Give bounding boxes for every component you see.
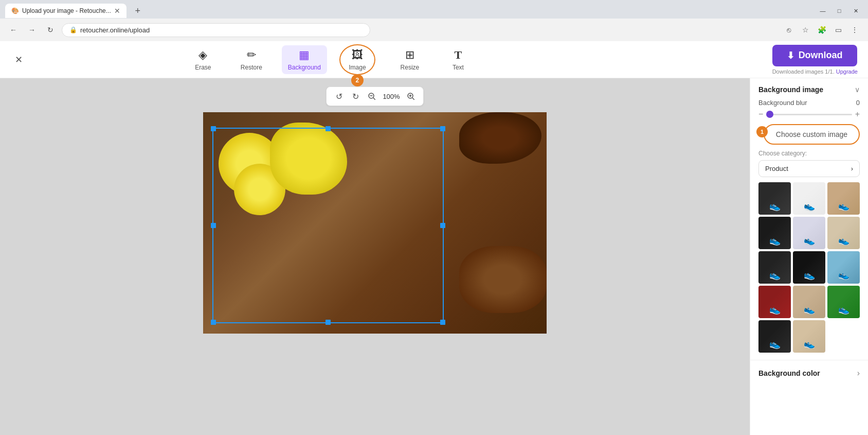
shoe-icon: 👟 <box>838 269 849 281</box>
zoom-controls: ↺ ↻ 100% <box>326 86 424 106</box>
thumbnail-6[interactable]: 👟 <box>827 217 860 249</box>
background-image-header[interactable]: Background image ∨ <box>758 85 860 94</box>
thumbnail-1[interactable]: 👟 <box>758 182 791 215</box>
erase-icon: ◈ <box>198 48 207 62</box>
thumbnail-7[interactable]: 👟 <box>758 251 791 284</box>
shoe-icon: 👟 <box>804 269 815 281</box>
download-button[interactable]: ⬇ Download <box>772 45 857 66</box>
redo-button[interactable]: ↻ <box>349 90 361 102</box>
shoe-icon: 👟 <box>769 200 781 212</box>
minimize-button[interactable]: — <box>816 6 830 15</box>
shoe-icon: 👟 <box>804 200 815 212</box>
thumbnail-4[interactable]: 👟 <box>758 217 791 249</box>
forward-button[interactable]: → <box>25 23 39 37</box>
tab-title: Upload your image - Retouche... <box>22 7 111 14</box>
shoe-icon: 👟 <box>804 235 815 246</box>
chevron-down-icon: ∨ <box>855 85 860 94</box>
undo-button[interactable]: ↺ <box>333 90 345 102</box>
download-info: Downloaded images 1/1. Upgrade <box>772 68 858 75</box>
upgrade-link[interactable]: Upgrade <box>836 68 858 75</box>
background-image-title: Background image <box>758 85 823 94</box>
thumbnail-13[interactable]: 👟 <box>758 320 791 353</box>
shoe-icon: 👟 <box>769 338 781 350</box>
blur-slider[interactable] <box>766 114 852 115</box>
bg-color-chevron-icon: › <box>857 369 860 378</box>
tool-image[interactable]: 🖼 Image <box>339 44 375 75</box>
address-bar[interactable]: 🔒 retoucher.online/upload <box>62 23 370 37</box>
background-color-label: Background color <box>758 369 820 377</box>
blur-value: 0 <box>856 99 860 107</box>
zoom-in-button[interactable] <box>405 90 417 102</box>
menu-icon[interactable]: ⋮ <box>847 23 862 37</box>
new-tab-button[interactable]: + <box>131 4 145 18</box>
blur-slider-row: − + <box>758 110 860 119</box>
thumbnail-5[interactable]: 👟 <box>793 217 825 249</box>
main-image <box>203 112 547 334</box>
bowl-dark <box>459 112 541 164</box>
blur-row: Background blur 0 <box>758 99 860 107</box>
star-icon[interactable]: ☆ <box>798 23 812 37</box>
reload-button[interactable]: ↻ <box>43 23 58 37</box>
maximize-button[interactable]: □ <box>832 6 846 15</box>
download-icon: ⬇ <box>787 50 794 61</box>
tool-restore[interactable]: ✏ Restore <box>233 45 269 74</box>
close-button[interactable]: ✕ <box>848 6 863 15</box>
extensions-icon[interactable]: 🧩 <box>815 23 829 37</box>
close-editor-button[interactable]: ✕ <box>10 51 27 68</box>
sidebar-icon[interactable]: ▭ <box>831 23 845 37</box>
category-name: Product <box>765 165 788 172</box>
back-button[interactable]: ← <box>6 23 21 37</box>
choose-category-label: Choose category: <box>758 150 860 157</box>
shoe-icon: 👟 <box>804 338 815 350</box>
lock-icon: 🔒 <box>69 26 77 33</box>
share-icon[interactable]: ⎋ <box>782 23 796 37</box>
image-icon: 🖼 <box>352 48 363 62</box>
browser-tab[interactable]: 🎨 Upload your image - Retouche... ✕ <box>5 4 126 18</box>
toolbar: ✕ ◈ Erase ✏ Restore ▦ Background 🖼 <box>0 41 868 78</box>
zoom-in-icon <box>407 93 414 100</box>
choose-custom-wrapper: 1 Choose custom image <box>758 119 860 145</box>
image-canvas <box>203 112 547 334</box>
app-container: ✕ ◈ Erase ✏ Restore ▦ Background 🖼 <box>0 41 868 435</box>
category-chevron-icon: › <box>851 165 853 172</box>
restore-icon: ✏ <box>247 48 256 62</box>
zoom-out-icon <box>368 93 375 100</box>
blur-increase-button[interactable]: + <box>855 110 860 119</box>
tool-text[interactable]: T Text <box>440 45 476 74</box>
address-url: retoucher.online/upload <box>80 26 150 34</box>
bowl-olives <box>459 246 547 313</box>
tab-favicon: 🎨 <box>11 7 19 14</box>
tool-image-wrapper: 🖼 Image 2 <box>339 44 375 75</box>
shoe-icon: 👟 <box>838 200 849 212</box>
tool-resize[interactable]: ⊞ Resize <box>392 45 428 74</box>
main-area: ↺ ↻ 100% <box>0 78 868 435</box>
browser-titlebar: 🎨 Upload your image - Retouche... ✕ + — … <box>0 0 868 19</box>
thumbnail-9[interactable]: 👟 <box>827 251 860 284</box>
thumbnail-3[interactable]: 👟 <box>827 182 860 215</box>
step-badge-1: 1 <box>756 126 768 137</box>
thumbnail-11[interactable]: 👟 <box>793 286 825 318</box>
thumbnail-10[interactable]: 👟 <box>758 286 791 318</box>
browser-addressbar: ← → ↻ 🔒 retoucher.online/upload ⎋ ☆ 🧩 ▭ … <box>0 19 868 41</box>
shoe-icon: 👟 <box>838 235 849 246</box>
right-panel: Background image ∨ Background blur 0 − +… <box>750 78 868 435</box>
text-icon: T <box>455 48 462 62</box>
thumbnail-12[interactable]: 👟 <box>827 286 860 318</box>
category-select[interactable]: Product › <box>758 160 860 177</box>
tab-close-button[interactable]: ✕ <box>114 7 120 15</box>
background-color-section[interactable]: Background color › <box>750 360 868 386</box>
shoe-icon: 👟 <box>838 304 849 315</box>
lemon-whole <box>270 123 347 195</box>
tool-background[interactable]: ▦ Background <box>282 45 327 74</box>
blur-decrease-button[interactable]: − <box>758 110 763 119</box>
thumbnails-grid: 👟 👟 👟 👟 👟 👟 <box>758 182 860 353</box>
window-controls: — □ ✕ <box>816 6 863 15</box>
zoom-out-button[interactable] <box>366 90 378 102</box>
tool-erase[interactable]: ◈ Erase <box>185 45 221 74</box>
thumbnail-8[interactable]: 👟 <box>793 251 825 284</box>
background-image-section: Background image ∨ Background blur 0 − +… <box>750 78 868 360</box>
thumbnail-2[interactable]: 👟 <box>793 182 825 215</box>
thumbnail-14[interactable]: 👟 <box>793 320 825 353</box>
choose-custom-button[interactable]: Choose custom image <box>764 124 860 145</box>
toolbar-tools: ◈ Erase ✏ Restore ▦ Background 🖼 Image 2 <box>185 44 476 75</box>
